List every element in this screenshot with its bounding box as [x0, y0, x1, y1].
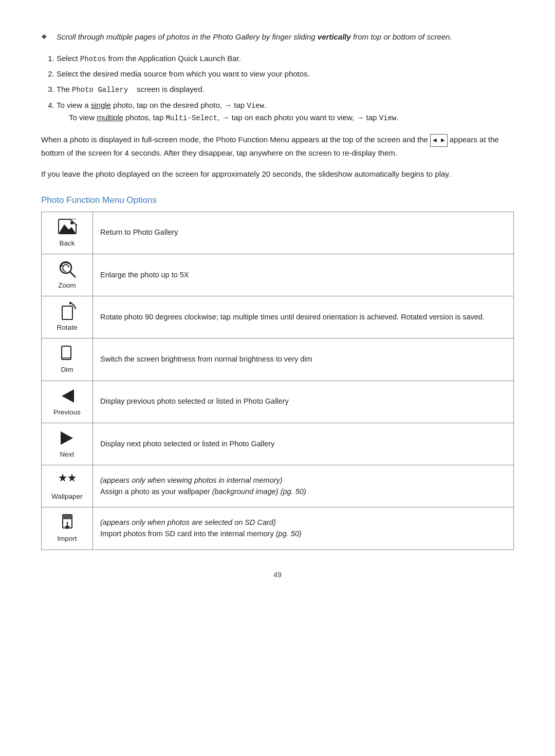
intro-bold: vertically	[318, 32, 351, 41]
section-title: Photo Function Menu Options	[41, 195, 514, 205]
desc-previous: Display previous photo selected or liste…	[93, 381, 514, 423]
desc-wallpaper-italic: (appears only when viewing photos in int…	[100, 476, 283, 484]
icon-cell-wallpaper: Wallpaper	[42, 465, 93, 507]
svg-rect-17	[63, 515, 72, 519]
svg-rect-7	[62, 306, 72, 319]
zoom-icon	[58, 259, 77, 279]
desc-dim: Switch the screen brightness from normal…	[93, 338, 514, 381]
body-paragraph-2: If you leave the photo displayed on the …	[41, 168, 514, 181]
back-icon	[58, 217, 77, 237]
table-row-import: Import (appears only when photos are sel…	[42, 507, 514, 550]
step-1-text: Select Photos from the Application Quick…	[57, 54, 241, 63]
icon-cell-back: Back	[42, 212, 93, 254]
back-label: Back	[59, 238, 75, 249]
body-paragraph-1: When a photo is displayed in full-screen…	[41, 134, 514, 160]
next-icon	[58, 428, 77, 448]
step-4-line2: To view multiple photos, tap Multi-Selec…	[57, 113, 398, 122]
table-row-zoom: Zoom Enlarge the photo up to 5X	[42, 254, 514, 296]
desc-back: Return to Photo Gallery	[93, 212, 514, 254]
table-row-back: Back Return to Photo Gallery	[42, 212, 514, 254]
arrows-icon: ◄ ►	[430, 134, 447, 147]
icon-cell-rotate: Rotate	[42, 296, 93, 338]
table-row-rotate: Rotate Rotate photo 90 degrees clockwise…	[42, 296, 514, 338]
icon-cell-next: Next	[42, 423, 93, 465]
svg-marker-14	[59, 474, 67, 482]
svg-line-5	[70, 272, 76, 277]
icon-cell-import: Import	[42, 507, 93, 550]
import-label: Import	[57, 534, 77, 544]
desc-wallpaper: (appears only when viewing photos in int…	[93, 465, 514, 507]
table-row-next: Next Display next photo selected or list…	[42, 423, 514, 465]
step-4: To view a single photo, tap on the desir…	[57, 99, 514, 124]
wallpaper-label: Wallpaper	[51, 492, 82, 502]
intro-text: Scroll through multiple pages of photos …	[57, 32, 318, 41]
table-row-dim: Dim Switch the screen brightness from no…	[42, 338, 514, 381]
wallpaper-icon	[58, 470, 77, 490]
desc-rotate: Rotate photo 90 degrees clockwise; tap m…	[93, 296, 514, 338]
step-1: Select Photos from the Application Quick…	[57, 52, 514, 65]
step-3-text: The Photo Gallery screen is displayed.	[57, 85, 205, 93]
body2-text: If you leave the photo displayed on the …	[41, 169, 451, 178]
icon-cell-previous: Previous	[42, 381, 93, 423]
steps-list: Select Photos from the Application Quick…	[41, 52, 514, 124]
table-row-wallpaper: Wallpaper (appears only when viewing pho…	[42, 465, 514, 507]
step-2: Select the desired media source from whi…	[57, 68, 514, 80]
desc-next: Display next photo selected or listed in…	[93, 423, 514, 465]
dim-icon	[58, 344, 77, 363]
svg-marker-1	[59, 224, 76, 234]
svg-marker-13	[61, 431, 73, 445]
dim-label: Dim	[61, 365, 73, 375]
icon-cell-dim: Dim	[42, 338, 93, 381]
icon-cell-zoom: Zoom	[42, 254, 93, 296]
intro-bullet: Scroll through multiple pages of photos …	[41, 31, 514, 43]
desc-import-italic: (appears only when photos are selected o…	[100, 518, 276, 526]
body1-text: When a photo is displayed in full-screen…	[41, 135, 430, 144]
desc-import: (appears only when photos are selected o…	[93, 507, 514, 550]
step-4-line1: To view a single photo, tap on the desir…	[57, 101, 266, 109]
intro-end: from top or bottom of screen.	[351, 32, 452, 41]
next-label: Next	[60, 449, 75, 460]
desc-import-main: Import photos from SD card into the inte…	[100, 530, 302, 538]
rotate-icon	[58, 301, 77, 321]
import-icon	[58, 513, 77, 532]
page-number: 49	[41, 571, 514, 579]
previous-label: Previous	[53, 407, 81, 418]
svg-rect-9	[62, 346, 71, 360]
step-3: The Photo Gallery screen is displayed.	[57, 83, 514, 96]
svg-marker-15	[68, 474, 76, 482]
desc-wallpaper-main: Assign a photo as your wallpaper (backgr…	[100, 487, 306, 496]
zoom-label: Zoom	[58, 280, 76, 291]
rotate-label: Rotate	[57, 323, 78, 333]
desc-zoom: Enlarge the photo up to 5X	[93, 254, 514, 296]
table-row-previous: Previous Display previous photo selected…	[42, 381, 514, 423]
previous-icon	[58, 386, 77, 406]
svg-marker-12	[62, 389, 74, 403]
step-2-text: Select the desired media source from whi…	[57, 69, 310, 78]
menu-table: Back Return to Photo Gallery Zoom	[41, 212, 514, 550]
